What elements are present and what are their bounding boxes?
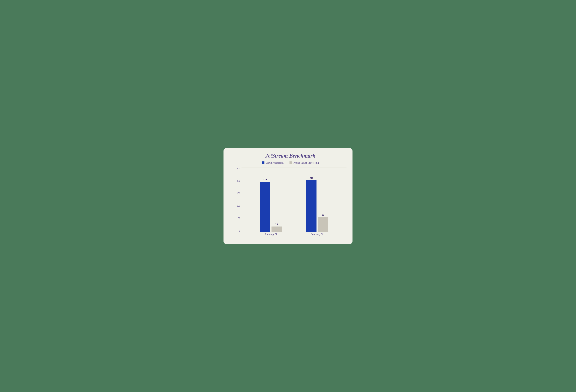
chart-area: 050100150200250 2102321663 Samsung J3Sam… bbox=[234, 167, 346, 236]
bar-cloud bbox=[306, 180, 317, 232]
x-axis-label: Samsung S8 bbox=[305, 232, 329, 236]
x-labels: Samsung J3Samsung S8 bbox=[241, 232, 346, 236]
y-axis-label: 0 bbox=[234, 230, 241, 232]
bar-group: 21023 bbox=[260, 178, 282, 232]
chart-title: JetStream Benchmark bbox=[234, 153, 346, 159]
legend-item-phone: Phone Server Processing bbox=[289, 161, 319, 164]
y-axis-label: 250 bbox=[234, 167, 241, 170]
bar-value-cloud: 216 bbox=[310, 177, 313, 180]
legend-item-cloud: Cloud Processing bbox=[262, 161, 284, 164]
bar-wrapper-phone: 63 bbox=[318, 213, 328, 232]
bar-wrapper-phone: 23 bbox=[271, 223, 282, 232]
bar-group: 21663 bbox=[306, 177, 328, 232]
y-axis-label: 50 bbox=[234, 217, 241, 219]
legend-label-cloud: Cloud Processing bbox=[266, 161, 284, 164]
legend-swatch-cloud bbox=[262, 161, 264, 164]
plot-area: 2102321663 Samsung J3Samsung S8 bbox=[241, 167, 346, 236]
x-axis-label: Samsung J3 bbox=[259, 232, 283, 236]
bar-cloud bbox=[260, 182, 270, 232]
y-axis-label: 150 bbox=[234, 192, 241, 195]
y-axis-label: 100 bbox=[234, 205, 241, 207]
chart-container: JetStream Benchmark Cloud Processing Pho… bbox=[224, 148, 352, 244]
bars-row: 2102321663 bbox=[241, 167, 346, 232]
bar-phone bbox=[318, 217, 328, 232]
bar-wrapper-cloud: 216 bbox=[306, 177, 317, 232]
bar-pair: 21663 bbox=[306, 177, 328, 232]
y-axis: 050100150200250 bbox=[234, 167, 241, 236]
bar-pair: 21023 bbox=[260, 178, 282, 232]
legend-swatch-phone bbox=[289, 161, 292, 164]
bar-wrapper-cloud: 210 bbox=[260, 178, 270, 232]
bar-phone bbox=[271, 227, 282, 232]
bar-value-phone: 63 bbox=[322, 213, 324, 216]
bar-value-phone: 23 bbox=[275, 223, 278, 226]
y-axis-label: 200 bbox=[234, 180, 241, 182]
legend-label-phone: Phone Server Processing bbox=[293, 161, 319, 164]
chart-legend: Cloud Processing Phone Server Processing bbox=[234, 161, 346, 164]
bar-value-cloud: 210 bbox=[263, 178, 267, 181]
